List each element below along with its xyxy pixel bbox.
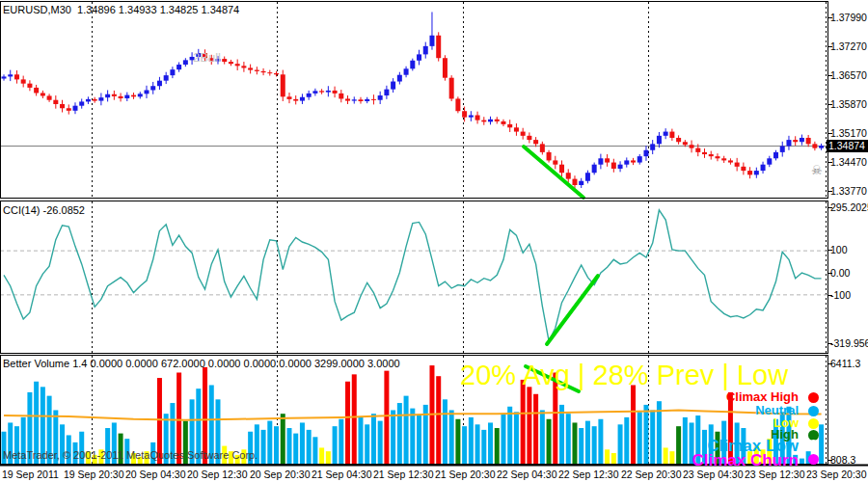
chart-canvas[interactable] [0,0,868,482]
volume-panel-header: Better Volume 1.4 0.0000 0.0000 672.0000… [3,358,400,369]
mt4-chart-window: EURUSD,M30 1.34896 1.34933 1.34825 1.348… [0,0,868,482]
legend-climax-churn: Climax Churn [692,452,799,469]
time-axis-label: 22 Sep 04:30 [497,469,556,480]
cci-axis-label: -319.9565 [830,337,868,349]
copyright-watermark: MetaTrader, © 2001-2011 MetaQuotes Softw… [3,449,258,461]
price-axis-label: 1.37990 [830,12,868,23]
cci-panel-header: CCI(14) -26.0852 [3,204,85,216]
price-axis-label: 1.35870 [830,98,868,110]
time-axis-label: 20 Sep 04:30 [125,469,185,480]
time-axis-label: 21 Sep 12:30 [373,469,433,480]
cci-axis-label: 295.2025 [830,201,868,213]
volume-axis-label: 808.3 [830,454,868,466]
price-axis-label: 1.34470 [830,156,868,168]
legend-dot-climax-low [808,440,819,450]
current-price-tag: 1.34874 [827,140,868,152]
time-axis-label: 21 Sep 20:30 [435,469,495,480]
cci-axis-label: -100 [830,289,868,301]
time-axis-label: 20 Sep 20:30 [250,469,310,480]
time-axis-label: 23 Sep 12:30 [745,469,804,480]
legend-dot-climax-churn [808,454,819,465]
price-axis-label: 1.37270 [830,40,868,52]
price-panel-header: EURUSD,M30 1.34896 1.34933 1.34825 1.348… [3,4,239,15]
legend-dot-climax-high [808,392,819,403]
time-axis-label: 22 Sep 20:30 [621,469,681,480]
price-axis-label: 1.35170 [830,127,868,139]
skull-icon: ☠ [811,163,823,177]
price-axis-label: 1.36570 [830,69,868,81]
price-axis-label: 1.33770 [830,185,868,197]
time-axis-label: 19 Sep 2011 [2,469,59,480]
volume-status-label: 20% Avg | 28% Prev | Low [460,360,788,390]
time-axis-label: 23 Sep 20:30 [806,469,866,480]
legend-climax-high: Climax High [726,390,799,403]
time-axis-label: 21 Sep 04:30 [312,469,371,480]
legend-dot-low [808,418,819,429]
time-axis-label: 19 Sep 20:30 [64,469,123,480]
chart-watermark: 2Bull [193,50,221,65]
time-axis-label: 23 Sep 04:30 [683,469,743,480]
cci-axis-label: 0.00 [830,267,868,279]
time-axis-label: 20 Sep 12:30 [187,469,247,480]
legend-dot-neutral [808,406,819,416]
volume-axis-label: 6411.3 [830,358,868,369]
time-axis-label: 22 Sep 12:30 [558,469,618,480]
cci-axis-label: 100 [830,244,868,255]
